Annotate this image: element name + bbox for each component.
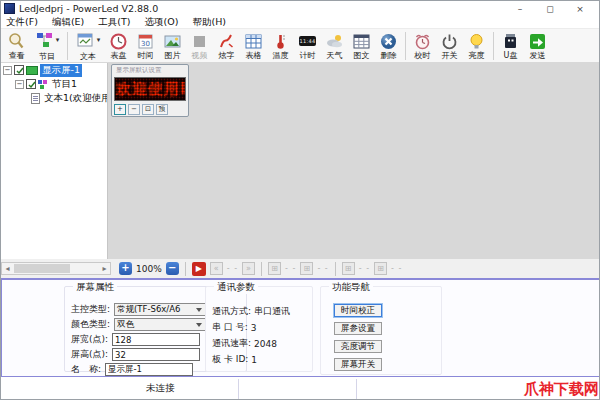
calendar-icon: 30 [136, 32, 155, 51]
toolbar-time-button[interactable]: 30 时间 [132, 30, 159, 62]
status-bar: 未连接 爪神下载网 [1, 376, 600, 400]
screen-params-button[interactable]: 屏参设置 [334, 322, 382, 335]
toolbar-dial-button[interactable]: 表盘 [105, 30, 132, 62]
toolbar-switch-button[interactable]: 开关 [436, 30, 463, 62]
menu-tools[interactable]: 工具(T) [98, 16, 130, 29]
screen-properties-title: 屏幕属性 [73, 281, 117, 294]
preview-fit-button[interactable]: ⊡ [142, 104, 154, 115]
toolbar-weather-button[interactable]: 天气 [321, 30, 348, 62]
screen-preview-panel[interactable]: 显示屏默认设置 欢迎使用LED + − ⊡ 预 [111, 64, 189, 117]
page-indicator: - - [227, 264, 238, 273]
page-indicator: - - [285, 264, 296, 273]
picture-icon [163, 32, 182, 51]
screen-height-input[interactable] [112, 348, 200, 361]
program-icon [35, 31, 54, 50]
tree-node-screen[interactable]: 显示屏-1 [40, 64, 82, 77]
controller-type-select[interactable]: 常规(TF-S6x/A6 [114, 303, 206, 316]
preview-toolbar: + − ⊡ 预 [114, 104, 168, 115]
fancy-text-icon [217, 32, 236, 51]
com-port-label: 串 口 号: [212, 321, 248, 334]
strip-separator [261, 262, 262, 276]
tree-expander-icon[interactable]: − [15, 80, 24, 89]
app-window: LedJedprj - PowerLed V2.88.0 – ◻ × 文件(F)… [0, 0, 600, 400]
checkbox-program[interactable] [26, 79, 36, 89]
toolbar-graphic-text-button[interactable]: 图文 [348, 30, 375, 62]
menu-options[interactable]: 选项(O) [145, 16, 179, 29]
page-indicator: - - [391, 264, 402, 273]
minimize-button[interactable]: – [505, 1, 535, 16]
menu-help[interactable]: 帮助(H) [192, 16, 226, 29]
preview-zoom-in-button[interactable]: + [114, 104, 126, 115]
preview-panel-title: 显示屏默认设置 [112, 65, 188, 76]
tree-expander-icon[interactable]: − [3, 66, 12, 75]
toolbar-brightness-button[interactable]: 亮度 [463, 30, 490, 62]
comm-params-title: 通讯参数 [214, 281, 258, 294]
send-icon [528, 32, 547, 51]
preview-mode-button[interactable]: 预 [156, 104, 168, 115]
comm-mode-value: 串口通讯 [254, 305, 290, 318]
function-nav-group: 功能导航 时间校正 屏参设置 亮度调节 屏幕开关 [320, 286, 442, 375]
zoom-in-button[interactable]: + [119, 262, 132, 275]
time-correct-button[interactable]: 时间校正 [334, 304, 382, 317]
svg-text:30: 30 [141, 39, 150, 47]
page-indicator: - - [359, 264, 370, 273]
scroll-left-icon[interactable]: ◂ [2, 263, 13, 274]
toolbar-text-button[interactable]: ▾ 文本 [71, 30, 105, 62]
color-type-label: 颜色类型: [71, 318, 110, 331]
screen-name-input[interactable] [105, 363, 193, 376]
function-nav-title: 功能导航 [329, 281, 373, 294]
toolbar-fancy-text-button[interactable]: 炫字 [213, 30, 240, 62]
checkbox-screen[interactable] [14, 65, 24, 75]
toolbar-picture-button[interactable]: 图片 [159, 30, 186, 62]
play-button[interactable]: ▶ [192, 262, 206, 276]
screen-switch-button[interactable]: 屏幕开关 [334, 358, 382, 371]
screen-height-label: 屏高(点): [71, 348, 108, 361]
text-icon [76, 31, 95, 50]
thermometer-icon [271, 32, 290, 51]
comm-mode-label: 通讯方式: [212, 305, 251, 318]
usb-icon [501, 32, 520, 51]
design-canvas[interactable]: 显示屏默认设置 欢迎使用LED + − ⊡ 预 [108, 63, 600, 259]
pager-icon: ⊞ [268, 262, 281, 275]
program-node-icon [38, 80, 48, 89]
toolbar-table-button[interactable]: 表格 [240, 30, 267, 62]
tree-node-program[interactable]: 节目1 [50, 78, 79, 91]
toolbar-timer-button[interactable]: 11:44 计时 [294, 30, 321, 62]
toolbar-delete-button[interactable]: 删除 [375, 30, 402, 62]
toolbar-calibrate-time-button[interactable]: 校时 [409, 30, 436, 62]
toolbar-send-button[interactable]: 发送 [524, 30, 551, 62]
led-display-preview[interactable]: 欢迎使用LED [114, 77, 186, 101]
weather-icon [325, 32, 344, 51]
close-button[interactable]: × [565, 1, 595, 16]
screen-width-input[interactable] [112, 333, 200, 346]
toolbar-program-button[interactable]: ▾ 节目 [30, 30, 64, 62]
preview-zoom-out-button[interactable]: − [128, 104, 140, 115]
main-toolbar: 查看 ▾ 节目 ▾ 文本 表盘 30 时间 [1, 29, 599, 63]
toolbar-view-button[interactable]: 查看 [3, 30, 30, 62]
scrollbar-thumb[interactable] [14, 264, 70, 273]
screen-width-label: 屏宽(点): [71, 333, 108, 346]
dial-icon [109, 32, 128, 51]
video-icon [190, 32, 209, 51]
maximize-button[interactable]: ◻ [535, 1, 565, 16]
zoom-out-button[interactable]: − [166, 262, 179, 275]
toolbar-temperature-button[interactable]: 温度 [267, 30, 294, 62]
brightness-adjust-button[interactable]: 亮度调节 [334, 340, 382, 353]
power-icon [440, 32, 459, 51]
menu-file[interactable]: 文件(F) [6, 16, 38, 29]
graphic-text-icon [352, 32, 371, 51]
toolbar-usb-button[interactable]: U盘 [497, 30, 524, 62]
menu-edit[interactable]: 编辑(E) [52, 16, 84, 29]
com-port-value: 3 [251, 323, 257, 333]
scroll-right-icon[interactable]: ▸ [99, 263, 110, 274]
color-type-select[interactable]: 双色 [114, 318, 206, 331]
strip-separator [335, 262, 336, 276]
table-icon [244, 32, 263, 51]
screen-name-label: 名 称: [71, 363, 101, 376]
tree-horizontal-scrollbar[interactable]: ◂ ▸ [1, 262, 111, 275]
settings-panel: 屏幕属性 主控类型: 常规(TF-S6x/A6 颜色类型: 双色 屏宽(点): … [1, 278, 600, 376]
led-dot-mask [115, 78, 185, 100]
tree-node-text[interactable]: 文本1(欢迎使用LED [42, 92, 108, 105]
search-icon [7, 32, 26, 51]
first-page-button: « [210, 262, 223, 275]
